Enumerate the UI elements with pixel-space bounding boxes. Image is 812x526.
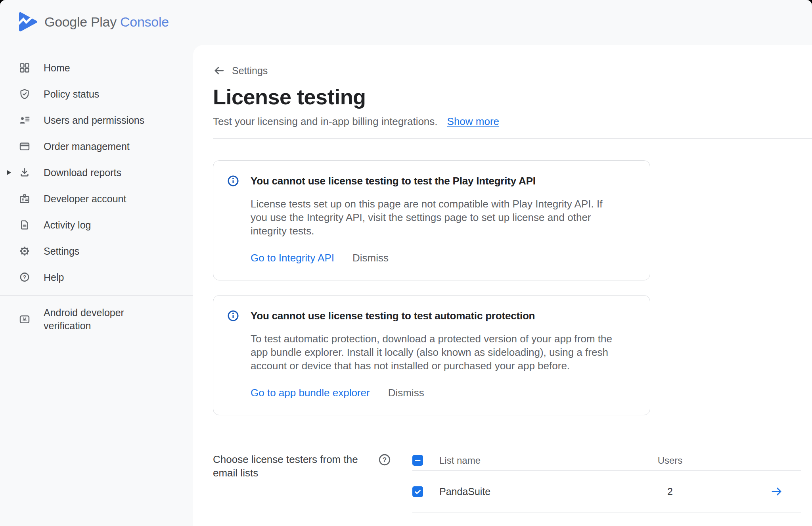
help-tooltip-icon[interactable]: ? <box>378 453 391 466</box>
logo-google-play: Google Play <box>44 14 117 29</box>
top-header: Google Play Console <box>0 0 812 45</box>
users-count-cell: 2 <box>642 486 698 497</box>
credit-card-icon <box>19 141 30 152</box>
go-to-app-bundle-explorer-link[interactable]: Go to app bundle explorer <box>251 387 370 399</box>
sidebar-item-label: Help <box>44 271 64 284</box>
table-row[interactable]: PandaSuite 2 <box>412 471 801 513</box>
person-list-icon <box>19 115 30 126</box>
sidebar-item-label: Developer account <box>44 192 126 205</box>
page-subtitle: Test your licensing and in-app billing i… <box>213 115 438 128</box>
dismiss-button[interactable]: Dismiss <box>388 387 424 399</box>
testers-label-block: Choose license testers from the email li… <box>213 450 412 526</box>
sidebar: Home Policy status Users and permissions <box>0 45 193 526</box>
card-title: You cannot use license testing to test t… <box>251 174 621 188</box>
card-body: License tests set up on this page are no… <box>251 197 621 238</box>
sidebar-item-label: Download reports <box>44 166 121 179</box>
card-title: You cannot use license testing to test a… <box>251 309 621 323</box>
indeterminate-icon <box>414 456 422 465</box>
sidebar-item-android-developer-verification[interactable]: Android developer verification <box>0 300 193 338</box>
sidebar-item-order-management[interactable]: Order management <box>0 133 193 159</box>
integrity-api-info-card: You cannot use license testing to test t… <box>213 160 650 280</box>
google-play-console-logo[interactable]: Google Play Console <box>18 11 169 33</box>
sidebar-item-home[interactable]: Home <box>0 55 193 81</box>
svg-text:?: ? <box>383 456 387 464</box>
back-to-settings-link[interactable]: Settings <box>213 65 268 77</box>
email-lists-table: List name Users PandaSuite 2 <box>412 450 801 526</box>
logo-text: Google Play Console <box>44 14 169 30</box>
list-name-cell: PandaSuite <box>439 486 642 497</box>
column-header-list-name: List name <box>439 455 642 466</box>
android-icon <box>19 314 30 325</box>
sidebar-item-help[interactable]: ? Help <box>0 264 193 290</box>
play-triangle-icon <box>18 11 38 33</box>
sidebar-item-download-reports[interactable]: Download reports <box>0 159 193 186</box>
column-header-users: Users <box>642 455 698 466</box>
sidebar-item-label: Home <box>44 61 70 75</box>
shield-check-icon <box>19 88 30 100</box>
dismiss-button[interactable]: Dismiss <box>352 252 389 264</box>
select-all-checkbox[interactable] <box>412 455 423 466</box>
sidebar-item-label: Settings <box>44 245 79 258</box>
license-testers-section: Choose license testers from the email li… <box>213 450 801 526</box>
table-header-row: List name Users <box>412 450 801 471</box>
main-content-panel: Settings License testing Test your licen… <box>193 45 812 526</box>
expand-arrow-icon[interactable] <box>7 170 11 175</box>
go-to-integrity-api-link[interactable]: Go to Integrity API <box>251 252 334 264</box>
help-icon: ? <box>19 272 30 283</box>
svg-text:?: ? <box>23 274 27 280</box>
card-actions: Go to app bundle explorer Dismiss <box>251 387 621 399</box>
logo-console: Console <box>120 14 169 29</box>
info-icon <box>227 175 239 187</box>
card-actions: Go to Integrity API Dismiss <box>251 252 621 264</box>
page-title: License testing <box>213 84 801 109</box>
sidebar-item-developer-account[interactable]: Developer account <box>0 186 193 212</box>
testers-label: Choose license testers from the email li… <box>213 453 372 526</box>
show-more-link[interactable]: Show more <box>447 115 500 128</box>
grid-icon <box>19 62 30 73</box>
sidebar-item-label: Android developer verification <box>44 306 143 332</box>
card-content: You cannot use license testing to test a… <box>251 309 621 399</box>
back-arrow-icon[interactable] <box>213 65 225 77</box>
sidebar-item-label: Activity log <box>44 219 91 232</box>
card-content: You cannot use license testing to test t… <box>251 174 621 264</box>
checkmark-icon <box>414 488 422 496</box>
card-body: To test automatic protection, download a… <box>251 332 621 372</box>
open-list-arrow-icon[interactable] <box>770 485 783 498</box>
download-icon <box>19 167 30 178</box>
row-checkbox-checked[interactable] <box>412 486 423 497</box>
page-subtitle-row: Test your licensing and in-app billing i… <box>213 115 801 128</box>
app-window: Google Play Console Home Policy s <box>0 0 812 526</box>
sidebar-item-label: Policy status <box>44 88 99 101</box>
sidebar-item-label: Order management <box>44 140 130 153</box>
sidebar-item-settings[interactable]: Settings <box>0 238 193 264</box>
sidebar-item-policy-status[interactable]: Policy status <box>0 81 193 107</box>
gear-icon <box>19 246 30 257</box>
badge-icon <box>19 193 30 204</box>
sidebar-divider <box>0 295 193 296</box>
table-row[interactable]: testeurs 6 <box>412 513 801 526</box>
info-icon <box>227 309 239 322</box>
sidebar-item-activity-log[interactable]: Activity log <box>0 212 193 238</box>
sidebar-item-label: Users and permissions <box>44 114 144 127</box>
header-divider <box>213 138 812 139</box>
sidebar-item-users-permissions[interactable]: Users and permissions <box>0 107 193 133</box>
automatic-protection-info-card: You cannot use license testing to test a… <box>213 295 650 415</box>
document-icon <box>19 219 30 230</box>
back-link-label: Settings <box>232 65 268 77</box>
